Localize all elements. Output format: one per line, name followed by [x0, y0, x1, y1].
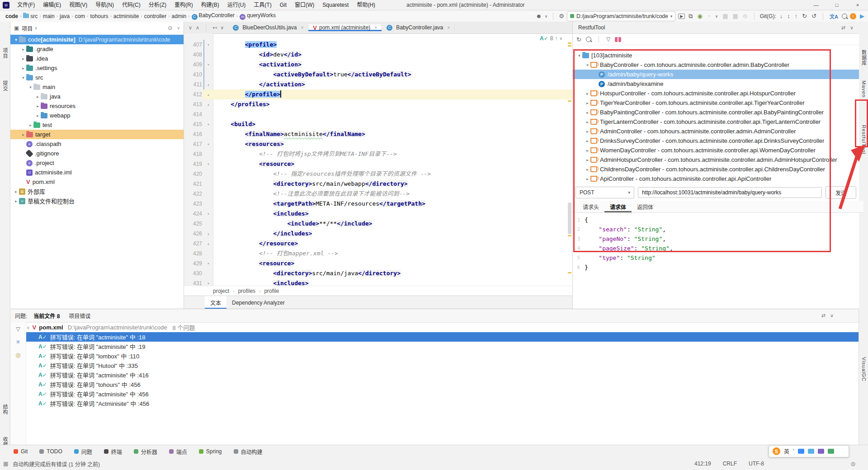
- chevron-down-icon[interactable]: ∨: [559, 36, 562, 41]
- editor-breadcrumb-item[interactable]: profiles: [238, 288, 255, 294]
- project-tree-row[interactable]: .gitignore: [10, 149, 184, 158]
- breadcrumb-item[interactable]: main: [43, 13, 55, 19]
- code-line[interactable]: 429▾ <resource>: [184, 258, 572, 268]
- code-line[interactable]: 415▾ <build>: [184, 119, 572, 129]
- editor-view-tab[interactable]: 文本: [205, 296, 226, 309]
- tree-arrow-icon[interactable]: ▾: [576, 53, 582, 58]
- toolwindow-button-TODO[interactable]: TODO: [39, 448, 62, 455]
- tree-arrow-icon[interactable]: ▾: [13, 38, 19, 42]
- rest-route-row[interactable]: ▸TigerLanternController - com.tohours.ac…: [573, 117, 859, 127]
- rest-route-row[interactable]: ▸WomenDayController - com.tohours.actmin…: [573, 146, 859, 155]
- right-tool-数据库[interactable]: 数据库: [859, 50, 868, 76]
- editor-tab[interactable]: Vpom.xml (actminisite)×: [308, 24, 382, 31]
- fold-marker-icon[interactable]: ▾: [206, 119, 211, 129]
- code-line[interactable]: 430 <directory>src/main/java</directory>: [184, 268, 572, 278]
- tree-arrow-icon[interactable]: ▸: [20, 66, 26, 70]
- close-button[interactable]: ×: [847, 0, 868, 10]
- problem-item[interactable]: A✓拼写错误: 在单词 "actminisite" 中 :456: [10, 389, 859, 399]
- project-tree-row[interactable]: ▸webapp: [10, 111, 184, 120]
- project-tree-row[interactable]: ▸»草稿文件和控制台: [10, 196, 184, 206]
- group-icon[interactable]: ≡: [16, 338, 20, 345]
- sidebar-tool-0[interactable]: 项目: [0, 48, 10, 74]
- project-tree-row[interactable]: ▸java: [10, 92, 184, 101]
- project-tree-row[interactable]: ≡.project: [10, 158, 184, 168]
- rest-route-row[interactable]: ▸AdminHotspurController - com.tohours.ac…: [573, 155, 859, 164]
- gear-icon[interactable]: ⚙: [559, 13, 564, 19]
- menu-item[interactable]: 视图(V): [65, 0, 91, 10]
- ime-toolbar[interactable]: S 英 ’: [769, 445, 849, 457]
- body-code-line[interactable]: 4 "pageSize": "String",: [573, 244, 859, 253]
- project-tree-row[interactable]: ▾code [actminisite]D:\javaProgram\actmin…: [10, 35, 184, 44]
- fold-marker-icon[interactable]: ▴: [206, 80, 211, 89]
- hide-panel-icon[interactable]: ∨: [850, 25, 854, 31]
- dropdown-icon[interactable]: ∨: [220, 25, 224, 31]
- tree-arrow-icon[interactable]: ▸: [35, 104, 41, 108]
- minimize-button[interactable]: —: [806, 0, 826, 10]
- filter-icon[interactable]: ▽: [16, 326, 20, 332]
- execute-icon[interactable]: ◉: [696, 13, 703, 19]
- menu-item[interactable]: 编辑(E): [39, 0, 65, 10]
- menu-item[interactable]: 帮助(H): [353, 0, 379, 10]
- file-encoding[interactable]: UTF-8: [749, 461, 764, 467]
- tree-arrow-icon[interactable]: ▸: [585, 148, 590, 153]
- profiler-icon[interactable]: ◔: [706, 13, 712, 19]
- problem-item[interactable]: A✓拼写错误: 在单词 "actminisite" 中 :19: [10, 342, 859, 351]
- close-icon[interactable]: ×: [301, 25, 303, 30]
- project-tree-row[interactable]: ▸.idea: [10, 54, 184, 63]
- tree-arrow-icon[interactable]: ▸: [585, 101, 590, 105]
- code-line[interactable]: 412▴ </profile>: [184, 89, 572, 99]
- rest-route-row[interactable]: ▸HotspurController - com.tohours.actmini…: [573, 89, 859, 98]
- breadcrumb-item[interactable]: java: [60, 13, 70, 19]
- code-line[interactable]: 423 <targetPath>META-INF/resources</targ…: [184, 199, 572, 209]
- tree-arrow-icon[interactable]: ▸: [20, 47, 26, 52]
- tree-arrow-icon[interactable]: ▸: [585, 129, 590, 134]
- swap-panel-icon[interactable]: ⇄: [841, 25, 845, 31]
- hide-panel-icon[interactable]: ∨: [830, 313, 834, 319]
- git-push-icon[interactable]: ↑: [794, 13, 799, 19]
- rest-route-row[interactable]: ▾[103]actminisite: [573, 51, 859, 60]
- rest-route-row[interactable]: ▸ChildrensDayController - com.tohours.ac…: [573, 164, 859, 174]
- tree-arrow-icon[interactable]: ▸: [585, 177, 590, 181]
- tree-arrow-icon[interactable]: ▸: [13, 199, 19, 203]
- maximize-button[interactable]: □: [826, 0, 847, 10]
- filter-icon[interactable]: ▽: [606, 36, 610, 42]
- code-line[interactable]: 419▾ <resource>: [184, 159, 572, 169]
- fold-marker-icon[interactable]: ▾: [206, 139, 211, 149]
- body-code-line[interactable]: 2 "search": "String",: [573, 225, 859, 234]
- run-button[interactable]: ▶: [678, 14, 685, 19]
- scroll-down-icon[interactable]: ∨: [189, 25, 192, 31]
- tree-arrow-icon[interactable]: ▾: [28, 85, 33, 89]
- body-code-line[interactable]: 6}: [573, 263, 859, 272]
- code-line[interactable]: 411▴ </activation>: [184, 80, 572, 89]
- git-rollback-icon[interactable]: ↺: [811, 13, 817, 19]
- http-method-select[interactable]: POST ▾: [576, 187, 634, 198]
- menu-item[interactable]: 运行(U): [223, 0, 250, 10]
- book-icon[interactable]: [615, 37, 621, 42]
- code-line[interactable]: 414: [184, 109, 572, 119]
- request-tab[interactable]: 请求头: [577, 201, 604, 212]
- plugin-play-icon[interactable]: ▶: [859, 13, 865, 19]
- rest-route-row[interactable]: P/admin/baby/query-works: [573, 70, 859, 79]
- fold-marker-icon[interactable]: ▴: [206, 239, 211, 249]
- rest-route-row[interactable]: ▸BabyPaintingController - com.tohours.ac…: [573, 108, 859, 117]
- fold-marker-icon[interactable]: ▾: [206, 258, 211, 268]
- menu-item[interactable]: 重构(R): [170, 0, 197, 10]
- update-icon[interactable]: ↑: [850, 13, 856, 19]
- project-tree-row[interactable]: ▸target: [10, 130, 184, 139]
- close-icon[interactable]: ×: [374, 25, 377, 30]
- git-history-icon[interactable]: ↻: [801, 13, 808, 19]
- problem-item[interactable]: A✓拼写错误: 在单词 "actminisite" 中 :18: [10, 332, 859, 342]
- collapse-all-icon[interactable]: ∨: [177, 26, 180, 30]
- rest-route-row[interactable]: ▸ApiController - com.tohours.actminisite…: [573, 174, 859, 183]
- project-tree-row[interactable]: ▸test: [10, 120, 184, 130]
- tree-arrow-icon[interactable]: ▸: [585, 158, 590, 162]
- tree-arrow-icon[interactable]: ▸: [20, 56, 26, 61]
- rest-route-row[interactable]: P/admin/baby/examine: [573, 79, 859, 89]
- search-icon[interactable]: [586, 37, 591, 42]
- git-fetch-icon[interactable]: ↕: [786, 13, 791, 19]
- menu-item[interactable]: 构建(B): [197, 0, 223, 10]
- back-icon[interactable]: ↤: [212, 25, 217, 31]
- toolwindow-button-Git[interactable]: Git: [14, 448, 28, 455]
- send-button[interactable]: 发送: [826, 186, 856, 199]
- scrollbar-thumb[interactable]: [568, 202, 571, 234]
